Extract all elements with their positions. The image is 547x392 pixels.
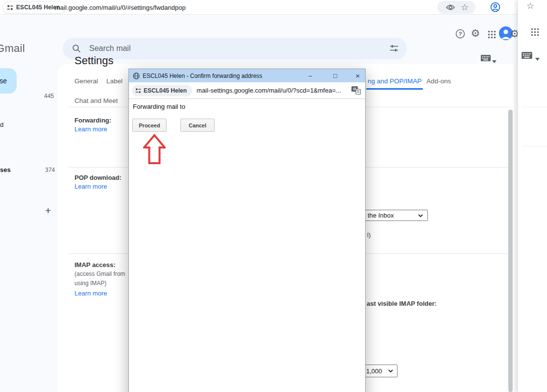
sidebar-label-fragment[interactable]: ses — [0, 166, 11, 173]
strip-divider — [522, 107, 547, 107]
label-count: 374 — [44, 167, 55, 173]
add-label-button[interactable]: + — [45, 205, 51, 217]
pop-learn-more-link[interactable]: Learn more — [75, 183, 107, 190]
red-annotation-arrow — [143, 134, 166, 166]
active-tab-underline — [366, 88, 423, 90]
tab-chat-and-meet[interactable]: Chat and Meet — [75, 97, 118, 104]
browser-profile-icon[interactable] — [490, 1, 500, 12]
keep-copy-select-value: the Inbox — [368, 212, 394, 219]
page-title: Settings — [75, 54, 114, 67]
apps-grid-icon[interactable] — [486, 28, 497, 40]
popup-titlebar[interactable]: ESCL045 Helen - Confirm forwarding addre… — [129, 69, 365, 82]
input-tools-keyboard-icon[interactable] — [481, 54, 491, 63]
confirm-forwarding-popup: ESCL045 Helen - Confirm forwarding addre… — [128, 69, 366, 392]
tab-labels[interactable]: Label — [106, 77, 123, 85]
chevron-down-icon — [418, 214, 423, 217]
input-tools-keyboard-icon[interactable] — [522, 52, 532, 61]
cancel-button-label: Cancel — [189, 122, 206, 128]
input-tools-dropdown-icon[interactable] — [535, 54, 540, 63]
popup-url[interactable]: mail-settings.google.com/mail/u/0/?scd=1… — [197, 87, 341, 94]
help-icon[interactable]: ? — [454, 28, 466, 40]
keep-copy-select[interactable]: the Inbox — [363, 210, 428, 221]
pop-download-label: POP download: — [75, 174, 122, 181]
tab-general[interactable]: General — [75, 77, 98, 85]
imap-learn-more-link[interactable]: Learn more — [75, 290, 107, 297]
popup-heading: Forwarding mail to — [133, 103, 185, 110]
profile-sliders-icon — [7, 4, 13, 11]
strip-divider — [522, 146, 547, 147]
svg-text:?: ? — [459, 31, 462, 37]
address-bar-url[interactable]: mail.google.com/mail/u/0/#settings/fwdan… — [55, 4, 186, 11]
proceed-button-label: Proceed — [139, 122, 160, 128]
background-window-strip: ☆ — [518, 0, 547, 392]
bookmark-star-icon[interactable]: ☆ — [525, 0, 536, 11]
apps-grid-icon[interactable] — [531, 28, 539, 38]
tab-addons[interactable]: Add-ons — [426, 77, 451, 85]
globe-icon — [133, 73, 140, 79]
sidebar-item-fragment[interactable]: d — [0, 121, 3, 128]
content-scrollbar[interactable] — [508, 110, 513, 392]
imap-sub-text: (access Gmail from — [75, 270, 125, 277]
compose-button[interactable]: se — [0, 68, 17, 94]
popup-window-title: ESCL045 Helen - Confirm forwarding addre… — [143, 73, 262, 79]
minimize-button[interactable]: – — [304, 71, 316, 81]
search-bar[interactable] — [63, 38, 407, 59]
proceed-button[interactable]: Proceed — [132, 119, 167, 132]
compose-label-fragment: se — [0, 77, 7, 85]
folder-limit-select-value: 1,000 — [366, 368, 382, 375]
browser-toolbar: ESCL045 Helen mail.google.com/mail/u/0/#… — [0, 0, 522, 15]
forwarding-learn-more-link[interactable]: Learn more — [75, 125, 107, 133]
inbox-count: 445 — [43, 93, 54, 99]
cancel-button[interactable]: Cancel — [180, 119, 215, 132]
imap-access-label: IMAP access: — [75, 261, 116, 269]
maximize-button[interactable]: □ — [329, 71, 341, 81]
translate-icon[interactable]: G — [351, 86, 361, 97]
popup-profile-chip[interactable]: ESCL045 Helen — [132, 85, 192, 97]
chevron-down-icon — [388, 369, 393, 372]
search-options-icon[interactable] — [388, 43, 400, 54]
popup-profile-label: ESCL045 Helen — [144, 87, 187, 94]
bookmark-star-icon[interactable]: ☆ — [459, 2, 470, 13]
reading-mode-icon[interactable] — [445, 2, 456, 13]
imap-sub-text: using IMAP) — [75, 280, 106, 287]
popup-address-bar: ESCL045 Helen mail-settings.google.com/m… — [129, 82, 365, 99]
settings-gear-icon[interactable]: ⚙ — [470, 27, 481, 39]
profile-sliders-icon — [135, 88, 141, 94]
pop-note-fragment: l) — [367, 231, 371, 239]
folder-limit-select[interactable]: 1,000 — [362, 365, 398, 377]
close-button[interactable]: × — [352, 71, 364, 81]
forwarding-label: Forwarding: — [75, 117, 111, 124]
input-tools-dropdown-icon[interactable] — [492, 56, 497, 65]
tab-forwarding-pop-imap[interactable]: ng and POP/IMAP — [368, 77, 422, 85]
gmail-logo: Gmail — [0, 42, 25, 55]
search-icon[interactable] — [71, 43, 82, 54]
search-input[interactable] — [89, 44, 388, 53]
screen: ESCL045 Helen mail.google.com/mail/u/0/#… — [0, 0, 547, 392]
browser-profile-label: ESCL045 Helen — [16, 4, 60, 11]
imap-folder-label-fragment: ast visible IMAP folder: — [367, 300, 437, 307]
